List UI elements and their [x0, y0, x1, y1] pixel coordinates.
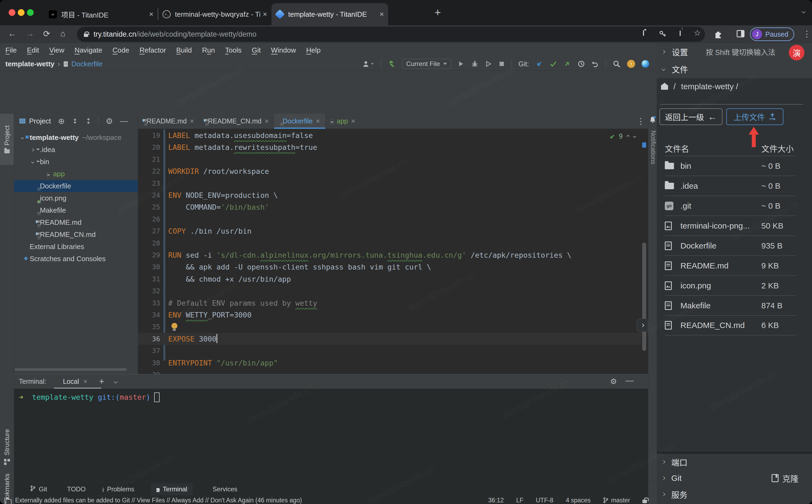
file-table-row[interactable]: terminal-icon-png...50 KB [665, 216, 796, 236]
files-path-breadcrumb[interactable]: / template-wetty / [661, 82, 738, 91]
status-message[interactable]: Externally added files can be added to G… [15, 496, 302, 504]
close-tab-icon[interactable]: × [263, 10, 267, 19]
close-tab-icon[interactable]: × [316, 117, 320, 125]
tree-item[interactable]: bin [14, 156, 138, 168]
tree-item[interactable]: External Libraries [14, 241, 138, 253]
code-line[interactable]: 35 [138, 321, 648, 333]
run-configuration-select[interactable]: Current File [402, 59, 451, 69]
file-table-row[interactable]: git.git~ 0 B [665, 196, 796, 216]
code-line[interactable]: 23 [138, 177, 648, 189]
code-line[interactable]: 33# Default ENV params used by wetty [138, 297, 648, 309]
code-line[interactable]: 38ENTRYPOINT "/usr/bin/app" [138, 357, 648, 369]
user-icon[interactable] [362, 60, 374, 67]
code-line[interactable]: 24ENV NODE_ENV=production \ [138, 189, 648, 201]
menu-tools[interactable]: Tools [225, 46, 242, 54]
files-section-row[interactable]: 文件 [657, 60, 812, 78]
git-branch[interactable]: master [603, 497, 630, 504]
share-icon[interactable] [680, 31, 681, 36]
rollback-undo-icon[interactable] [591, 60, 599, 68]
code-line[interactable]: 21 [138, 153, 648, 165]
close-tab-icon[interactable]: × [351, 117, 355, 125]
ide-sphere-icon[interactable] [642, 60, 649, 68]
tool-window-button-git[interactable]: Git [30, 485, 47, 493]
macos-minimize-button[interactable] [18, 9, 25, 16]
back-icon[interactable]: ← [8, 29, 16, 39]
browser-tab[interactable]: >_terminal-wetty-bwqryafz - Tita× [158, 3, 271, 25]
breadcrumb-file[interactable]: Dockerfile [71, 60, 103, 68]
code-line[interactable]: 30 && apk add -U openssh-client sshpass … [138, 261, 648, 273]
search-icon[interactable] [613, 60, 621, 68]
code-line[interactable]: 27COPY ./bin /usr/bin [138, 225, 648, 237]
code-line[interactable]: 37 [138, 345, 648, 357]
menu-edit[interactable]: Edit [27, 46, 39, 54]
go-up-directory-button[interactable]: 返回上一级 ← [659, 108, 722, 125]
code-line[interactable]: 32 [138, 285, 648, 297]
hide-panel-icon[interactable]: — [120, 116, 128, 126]
file-encoding[interactable]: UTF-8 [536, 497, 553, 504]
settings-gear-icon[interactable]: ⚙ [106, 116, 113, 126]
close-tab-icon[interactable]: × [265, 117, 269, 125]
code-area[interactable]: 19LABEL metadata.usesubdomain=false20LAB… [138, 129, 648, 374]
menu-view[interactable]: View [49, 46, 64, 54]
update-available-icon[interactable]: ↑ [627, 60, 635, 68]
editor-tab[interactable]: >app× [325, 114, 360, 129]
editor-scrollbar[interactable] [642, 243, 646, 351]
forward-icon[interactable]: → [26, 29, 34, 39]
tool-window-button-todo[interactable]: TODO [64, 485, 86, 493]
menu-help[interactable]: Help [306, 46, 321, 54]
code-line[interactable]: 34ENV WETTY_PORT=3000 [138, 309, 648, 321]
code-line[interactable]: 25 COMMAND='/bin/bash' [138, 201, 648, 213]
ports-section-row[interactable]: 端口 [657, 454, 812, 470]
build-hammer-icon[interactable] [388, 60, 396, 68]
tree-chevron-icon[interactable] [29, 161, 37, 163]
horizontal-scrollbar[interactable] [15, 368, 127, 371]
editor-tabs-menu-icon[interactable]: ⋮ [637, 116, 645, 126]
close-tab-icon[interactable]: × [149, 10, 153, 19]
tree-item[interactable]: README.md [14, 216, 138, 229]
tree-item[interactable]: icon.png [14, 192, 138, 204]
next-problem-icon[interactable] [633, 135, 636, 138]
terminal-dropdown-chevron-icon[interactable] [114, 379, 118, 383]
unlocked-icon[interactable] [642, 500, 647, 503]
editor-tab[interactable]: README.md× [138, 114, 199, 129]
file-table-row[interactable]: Dockerfile935 B [665, 236, 796, 256]
tree-item[interactable]: README_CN.md [14, 229, 138, 241]
notifications-bell-icon[interactable] [649, 116, 656, 125]
inspections-widget[interactable]: ✔✔ 9 [610, 132, 636, 140]
browser-profile-chip[interactable]: J Paused [750, 27, 794, 41]
terminal-settings-gear-icon[interactable]: ⚙ [610, 377, 617, 386]
tool-tab-project[interactable]: Project [0, 114, 14, 165]
git-update-icon[interactable] [535, 60, 543, 68]
clone-button[interactable]: 克隆 [772, 472, 799, 484]
close-terminal-tab-icon[interactable]: × [83, 378, 87, 385]
caret-position[interactable]: 36:12 [488, 497, 504, 504]
side-panel-icon[interactable] [737, 30, 745, 39]
git-section-row[interactable]: Git 克隆 [657, 470, 812, 486]
tree-item[interactable]: Scratches and Consoles [14, 253, 138, 265]
menu-git[interactable]: Git [252, 46, 261, 54]
new-tab-button[interactable]: + [435, 6, 441, 19]
tree-item[interactable]: Makefile [14, 204, 138, 216]
close-tab-icon[interactable]: × [380, 10, 384, 19]
line-separator[interactable]: LF [516, 497, 524, 504]
menu-file[interactable]: File [5, 46, 17, 54]
tool-tab-structure[interactable]: Structure [0, 429, 14, 465]
code-line[interactable]: 22WORKDIR /root/workspace [138, 165, 648, 177]
code-line[interactable]: 36EXPOSE 3000 [138, 333, 641, 345]
code-line[interactable]: 26 [138, 213, 648, 225]
code-line[interactable]: 20LABEL metadata.rewritesubpath=true [138, 141, 648, 153]
menu-refactor[interactable]: Refactor [139, 46, 166, 54]
file-table-row[interactable]: icon.png2 KB [665, 275, 796, 295]
tab-search-chevron-icon[interactable] [802, 10, 806, 13]
breadcrumb-project[interactable]: template-wetty [5, 60, 54, 68]
locate-file-icon[interactable]: ⊕ [58, 116, 65, 126]
file-table-row[interactable]: .idea~ 0 B [665, 176, 796, 196]
file-table-row[interactable]: README_CN.md6 KB [665, 315, 796, 335]
editor-tab[interactable]: Dockerfile× [274, 114, 325, 129]
window-stack-icon[interactable] [4, 498, 9, 502]
reload-icon[interactable]: ⟳ [43, 29, 50, 39]
close-tab-icon[interactable]: × [190, 117, 194, 125]
expand-right-panel-button[interactable] [637, 319, 648, 332]
file-table-row[interactable]: bin~ 0 B [665, 156, 796, 176]
address-bar[interactable]: try.titanide.cn/ide/web/coding/template-… [77, 27, 705, 42]
